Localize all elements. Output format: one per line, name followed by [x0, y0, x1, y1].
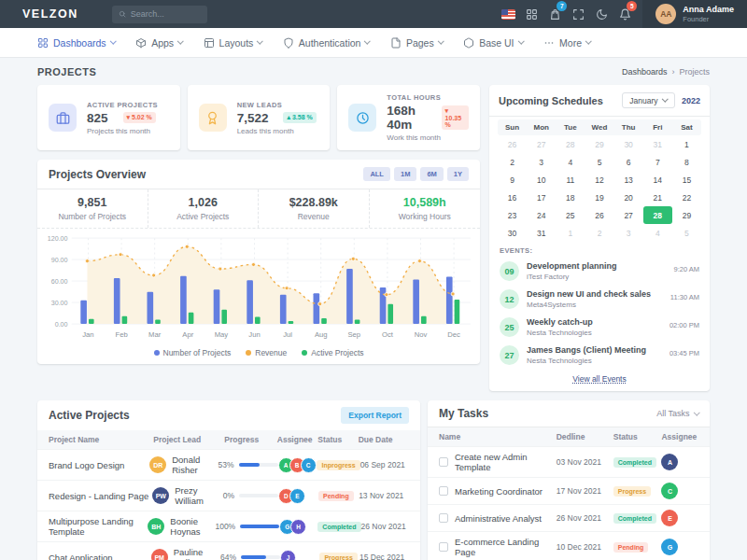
calendar-day[interactable]: 2 — [585, 224, 613, 242]
calendar-day[interactable]: 5 — [585, 153, 613, 171]
task-row[interactable]: Marketing Coordinator17 Nov 2021Progress… — [428, 477, 710, 504]
calendar-day[interactable]: 20 — [614, 189, 643, 206]
range-button-1m[interactable]: 1M — [394, 167, 416, 181]
task-row[interactable]: Create new Admin Template03 Nov 2021Comp… — [428, 446, 710, 477]
user-menu[interactable]: AA Anna Adame Founder — [642, 0, 747, 28]
stat-sublabel: Leads this month — [237, 127, 317, 135]
calendar-day[interactable]: 30 — [614, 135, 643, 153]
breadcrumb-dashboards[interactable]: Dashboards — [622, 67, 668, 77]
calendar-day[interactable]: 5 — [672, 224, 701, 242]
calendar-day[interactable]: 17 — [527, 189, 556, 206]
layout-icon — [204, 37, 215, 49]
calendar-day[interactable]: 31 — [643, 135, 672, 153]
stat-label: TOTAL HOURS — [387, 93, 469, 102]
notifications-button[interactable]: 5 — [613, 0, 637, 28]
nav-item-base-ui[interactable]: Base UI — [454, 34, 532, 52]
calendar-day[interactable]: 16 — [498, 189, 527, 206]
stat-card: TOTAL HOURS168h 40m▾ 10.35 %Work this mo… — [337, 85, 480, 150]
calendar-day[interactable]: 30 — [498, 224, 527, 242]
calendar-day[interactable]: 4 — [556, 153, 585, 171]
task-checkbox[interactable] — [439, 542, 448, 552]
nav-item-dashboards[interactable]: Dashboards — [28, 34, 124, 52]
table-row[interactable]: Chat ApplicationPMPauline Moll64%JProgre… — [37, 541, 420, 560]
stat-sublabel: Projects this month — [87, 127, 158, 135]
grid-icon — [37, 37, 49, 49]
calendar-day[interactable]: 22 — [672, 189, 701, 206]
event-item[interactable]: 25Weekly catch-upNesta Technologies02:00… — [500, 317, 699, 337]
calendar-day[interactable]: 3 — [614, 224, 643, 242]
calendar-day[interactable]: 23 — [498, 206, 527, 224]
dark-mode-button[interactable] — [590, 0, 613, 28]
calendar-day[interactable]: 28 — [556, 135, 585, 153]
calendar-day[interactable]: 10 — [527, 171, 556, 189]
nav-item-layouts[interactable]: Layouts — [194, 34, 272, 52]
event-item[interactable]: 27James Bangs (Client) MeetingNesta Tech… — [500, 345, 699, 365]
cart-button[interactable]: 7 — [543, 0, 567, 28]
range-button-1y[interactable]: 1Y — [447, 167, 469, 181]
table-row[interactable]: Multipurpose Landing TemplateBHBoonie Ho… — [37, 511, 420, 541]
calendar-day[interactable]: 1 — [556, 224, 585, 242]
calendar-day[interactable]: 15 — [672, 171, 701, 189]
calendar-day-selected[interactable]: 28 — [643, 206, 672, 224]
table-row[interactable]: Brand Logo DesignDRDonald Risher53%ABCIn… — [37, 449, 420, 480]
calendar-day[interactable]: 25 — [556, 206, 585, 224]
nav-item-pages[interactable]: Pages — [381, 34, 452, 52]
calendar-day[interactable]: 1 — [672, 135, 701, 153]
svg-text:Feb: Feb — [115, 330, 127, 339]
calendar-day[interactable]: 21 — [643, 189, 672, 206]
stat-label: NEW LEADS — [237, 101, 317, 109]
calendar-day[interactable]: 6 — [614, 153, 643, 171]
calendar-day[interactable]: 24 — [527, 206, 556, 224]
svg-text:Jul: Jul — [283, 330, 292, 339]
range-button-all[interactable]: ALL — [363, 167, 390, 181]
all-tasks-dropdown[interactable]: All Tasks — [656, 409, 698, 418]
calendar-day[interactable]: 8 — [672, 153, 701, 171]
calendar-day[interactable]: 26 — [498, 135, 527, 153]
nav-item-more[interactable]: More — [534, 34, 599, 52]
search-input[interactable] — [131, 9, 201, 19]
month-select[interactable]: January — [622, 92, 675, 108]
task-checkbox[interactable] — [439, 513, 448, 523]
avatar: AA — [655, 4, 676, 24]
calendar-day[interactable]: 9 — [498, 171, 527, 189]
calendar-day[interactable]: 18 — [556, 189, 585, 206]
calendar-day[interactable]: 27 — [527, 135, 556, 153]
calendar-day[interactable]: 14 — [643, 171, 672, 189]
range-button-6m[interactable]: 6M — [420, 167, 443, 181]
event-organization: iTest Factory — [527, 273, 617, 281]
event-item[interactable]: 12Design new UI and check salesMeta4Syst… — [500, 289, 699, 309]
apps-grid-button[interactable] — [520, 0, 543, 28]
export-report-button[interactable]: Export Report — [341, 407, 409, 424]
status-badge: Pending — [613, 542, 649, 553]
task-checkbox[interactable] — [439, 457, 448, 467]
calendar-day[interactable]: 3 — [527, 153, 556, 171]
upcoming-schedules-card: Upcoming Schedules January 2022 SunMonTu… — [489, 85, 710, 391]
calendar-day[interactable]: 29 — [585, 135, 613, 153]
weekday-label: Sun — [498, 119, 527, 135]
view-all-events-link[interactable]: View all Events — [489, 373, 710, 391]
table-row[interactable]: Redesign - Landing PagePWPrezy William0%… — [37, 480, 420, 511]
event-item[interactable]: 09Development planningiTest Factory9:20 … — [500, 261, 699, 281]
calendar-day[interactable]: 2 — [498, 153, 527, 171]
calendar-day[interactable]: 26 — [585, 206, 613, 224]
calendar-day[interactable]: 4 — [643, 224, 672, 242]
calendar-day[interactable]: 11 — [556, 171, 585, 189]
calendar-day[interactable]: 27 — [614, 206, 643, 224]
task-row[interactable]: Administrative Analyst26 Nov 2021Complet… — [428, 504, 710, 531]
task-row[interactable]: E-commerce Landing Page10 Dec 2021Pendin… — [428, 531, 710, 560]
status-badge: Completed — [317, 522, 360, 532]
calendar-day[interactable]: 19 — [585, 189, 613, 206]
nav-item-authentication[interactable]: Authentication — [274, 34, 379, 52]
calendar-day[interactable]: 29 — [672, 206, 701, 224]
task-checkbox[interactable] — [439, 486, 448, 496]
calendar-day[interactable]: 12 — [585, 171, 613, 189]
calendar-day[interactable]: 7 — [643, 153, 672, 171]
app-logo[interactable]: VELZON — [22, 7, 78, 21]
calendar-day[interactable]: 31 — [527, 224, 556, 242]
fullscreen-button[interactable] — [567, 0, 590, 28]
language-flag-button[interactable] — [497, 0, 520, 28]
nav-item-apps[interactable]: Apps — [126, 34, 191, 52]
legend-label: Active Projects — [311, 348, 363, 357]
calendar-day[interactable]: 13 — [614, 171, 643, 189]
nav-item-label: Pages — [406, 37, 434, 49]
